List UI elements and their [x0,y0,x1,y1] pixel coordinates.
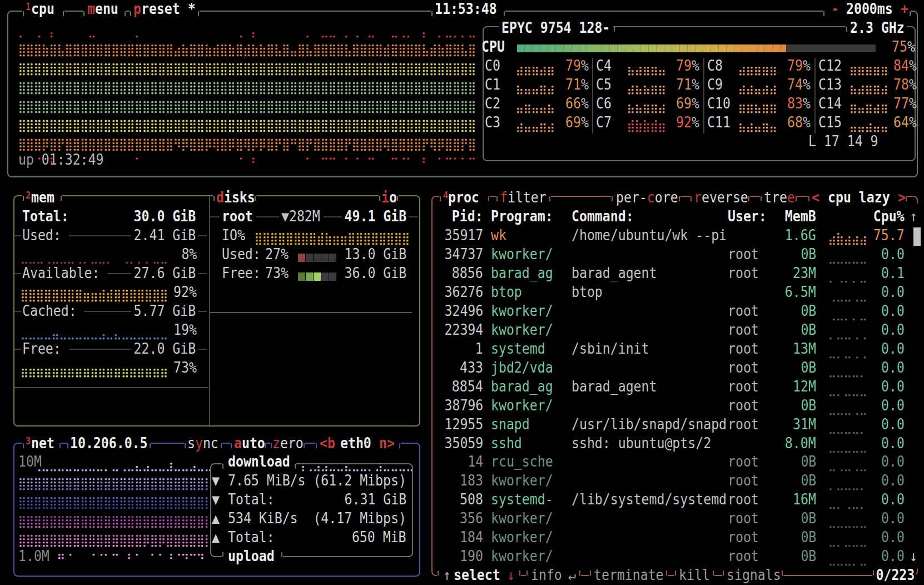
proc-row-program[interactable]: kworker/ [491,396,553,415]
proc-percore-button[interactable]: per-core [616,189,678,207]
proc-row-pid[interactable]: 34737 [444,245,483,264]
core-label: C8 [707,57,723,76]
proc-row-pid[interactable]: 14 [468,453,483,472]
download-total-label: Total: [228,490,275,509]
proc-count: 0/223 [876,566,915,585]
border-stub [198,11,199,16]
proc-row-user: root [728,528,759,547]
net-iface-prev-button[interactable]: <b [320,434,335,453]
proc-row-program[interactable]: barad_ag [491,378,553,396]
mem-stat-value: 5.77 GiB [133,302,196,321]
proc-col-command[interactable]: Command: [572,207,634,226]
proc-filter-button[interactable]: filter [500,189,547,207]
proc-sort-prev-button[interactable]: < [812,189,819,207]
proc-select-down-arrow[interactable]: ↓ [507,566,515,585]
net-auto-button[interactable]: auto [234,434,265,453]
proc-row-pid[interactable]: 508 [460,490,483,509]
proc-row-mem: 0B [801,472,816,490]
border-stub [231,443,232,448]
proc-col-pid[interactable]: Pid: [452,207,483,226]
proc-terminate-button[interactable]: terminate [594,566,664,585]
proc-row-pid[interactable]: 183 [460,472,483,490]
proc-sort-next-button[interactable]: > [898,189,906,207]
mem-stat-label: Free: [22,340,61,359]
proc-row-program[interactable]: jbd2/vda [491,359,553,378]
proc-row-graph [828,283,867,302]
net-zero-button[interactable]: zero [272,434,304,453]
proc-row-program[interactable]: kworker/ [491,547,553,566]
proc-info-button[interactable]: info [531,566,562,585]
proc-row-program[interactable]: barad_ag [491,264,553,283]
proc-row-cpu: 0.0 [881,359,905,378]
proc-row-user: root [728,264,759,283]
proc-row-program[interactable]: kworker/ [491,509,553,528]
core-graph [850,57,888,76]
proc-row-program[interactable]: kworker/ [491,472,553,490]
proc-row-pid[interactable]: 8854 [452,378,483,396]
preset-button[interactable]: preset * [133,0,196,19]
proc-col-program[interactable]: Program: [491,207,553,226]
proc-select-up-arrow[interactable]: ↑ [443,566,451,585]
proc-row-program[interactable]: btop [491,283,522,302]
border-stub [675,571,676,576]
mem-stat-label: Total: [22,207,69,226]
proc-col-user[interactable]: User: [728,207,767,226]
core-graph [850,76,888,95]
proc-row-program[interactable]: snapd [491,415,530,434]
proc-row-pid[interactable]: 12955 [444,415,483,434]
proc-row-pid[interactable]: 36276 [444,283,483,302]
proc-row-pid[interactable]: 35917 [444,226,483,245]
proc-row-graph [828,396,867,415]
proc-row-program[interactable]: kworker/ [491,302,553,321]
interval-plus-button[interactable]: + [901,0,908,19]
proc-signals-button[interactable]: signals [727,566,781,585]
proc-row-pid[interactable]: 22394 [444,321,483,340]
proc-scrollbar-thumb[interactable] [913,227,921,246]
disks-io-button[interactable]: io [381,189,397,207]
net-iface-next-button[interactable]: n> [379,434,395,453]
proc-row-pid[interactable]: 356 [460,509,483,528]
proc-row-pid[interactable]: 184 [460,528,483,547]
proc-row-program[interactable]: sshd [491,434,522,453]
core-pct: 84% [893,57,917,76]
cpu-total-label: CPU [481,38,505,57]
core-label: C1 [485,76,500,95]
core-label: C9 [707,76,723,95]
proc-reverse-button[interactable]: reverse [694,189,748,207]
proc-col-mem[interactable]: MemB [785,207,816,226]
proc-row-pid[interactable]: 32496 [444,302,483,321]
proc-row-mem: 31M [793,415,816,434]
net-sync-button[interactable]: sync [187,434,218,453]
border-line [14,235,21,236]
proc-row-pid[interactable]: 1 [475,340,483,359]
proc-row-program[interactable]: kworker/ [491,245,553,264]
proc-row-program[interactable]: systemd- [491,490,553,509]
proc-row-graph [828,453,867,472]
core-label: C4 [596,57,612,76]
proc-row-program[interactable]: wk [491,226,506,245]
mem-stat-value: 2.41 GiB [133,226,196,245]
proc-col-cpu[interactable]: Cpu% [873,207,905,226]
proc-row-pid[interactable]: 38796 [444,396,483,415]
interval-minus-button[interactable]: - [831,0,839,19]
proc-row-program[interactable]: rcu_sche [491,453,553,472]
mem-stat-pct: 8% [181,245,197,264]
border-stub [590,571,591,576]
proc-row-pid[interactable]: 190 [460,547,483,566]
proc-row-pid[interactable]: 35059 [444,434,483,453]
proc-row-program[interactable]: kworker/ [491,528,553,547]
proc-row-user: root [728,490,759,509]
proc-row-pid[interactable]: 8856 [452,264,483,283]
menu-button[interactable]: menu [87,0,118,19]
disk-free-value: 36.0 GiB [344,264,406,283]
proc-row-cpu: 0.0 [881,321,905,340]
proc-sort-arrow: ↑ [910,207,917,226]
proc-row-graph [828,509,867,528]
proc-row-program[interactable]: kworker/ [491,321,553,340]
proc-row-pid[interactable]: 433 [460,359,483,378]
proc-tree-button[interactable]: tree [764,189,795,207]
proc-kill-button[interactable]: kill [679,566,710,585]
proc-row-program[interactable]: systemd [491,340,545,359]
border-stub [713,571,714,576]
disk-size: 49.1 GiB [344,207,406,226]
